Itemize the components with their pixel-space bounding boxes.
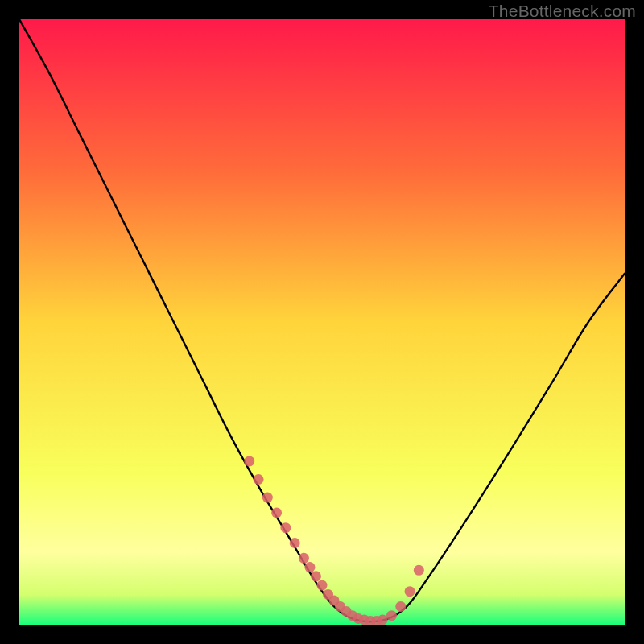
marker-dot (395, 601, 406, 612)
marker-dot (299, 553, 309, 564)
svg-rect-0 (19, 19, 625, 625)
marker-dot (414, 565, 424, 576)
marker-dot (405, 586, 415, 597)
marker-dot (378, 614, 388, 625)
marker-dot (304, 562, 315, 572)
chart-svg (19, 19, 625, 625)
chart-frame: TheBottleneck.com (0, 0, 644, 644)
marker-dot (317, 580, 328, 591)
marker-dot (254, 474, 264, 485)
marker-dot (244, 456, 254, 466)
marker-dot (280, 522, 291, 533)
marker-dot (386, 610, 397, 621)
marker-dot (262, 493, 273, 503)
marker-dot (271, 507, 282, 518)
marker-dot (311, 571, 321, 581)
watermark-text: TheBottleneck.com (489, 2, 636, 21)
plot-area (19, 19, 625, 625)
marker-dot (290, 538, 300, 548)
